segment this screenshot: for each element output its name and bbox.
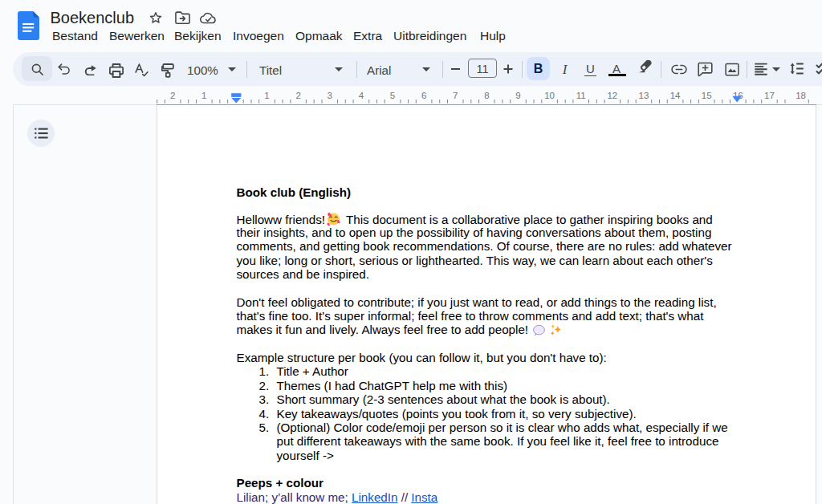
svg-text:1: 1: [201, 91, 206, 100]
svg-text:5: 5: [390, 91, 395, 100]
svg-text:9: 9: [515, 91, 520, 100]
svg-text:3: 3: [328, 91, 332, 100]
svg-text:11: 11: [576, 91, 586, 100]
svg-text:10: 10: [544, 91, 555, 100]
svg-text:6: 6: [421, 91, 426, 100]
svg-text:4: 4: [359, 91, 364, 100]
svg-text:8: 8: [484, 91, 489, 100]
svg-text:18: 18: [796, 91, 806, 100]
svg-text:14: 14: [670, 91, 681, 100]
svg-text:17: 17: [764, 91, 775, 100]
svg-text:15: 15: [702, 91, 712, 100]
svg-text:7: 7: [453, 91, 458, 100]
svg-text:13: 13: [639, 91, 649, 100]
svg-text:12: 12: [607, 91, 617, 100]
svg-text:2: 2: [170, 91, 175, 100]
svg-text:1: 1: [264, 91, 269, 100]
svg-text:2: 2: [295, 91, 300, 100]
